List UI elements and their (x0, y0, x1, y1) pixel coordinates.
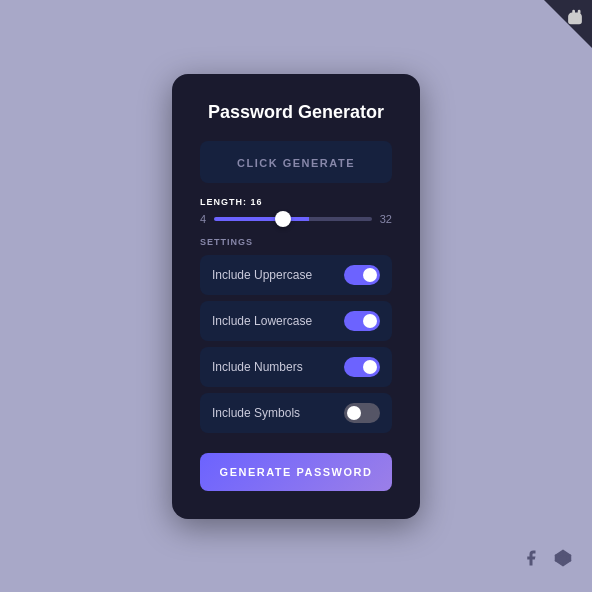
bottom-icons (522, 549, 572, 572)
length-label: LENGTH: 16 (200, 197, 392, 207)
length-value: 16 (251, 197, 263, 207)
svg-point-0 (571, 19, 573, 21)
toggle-row-numbers: Include Numbers (200, 347, 392, 387)
toggle-row-lowercase: Include Lowercase (200, 301, 392, 341)
toggle-lowercase[interactable] (344, 311, 380, 331)
toggle-row-symbols: Include Symbols (200, 393, 392, 433)
slider-min: 4 (200, 213, 206, 225)
password-text: CLICK GENERATE (237, 157, 355, 169)
toggle-label-lowercase: Include Lowercase (212, 314, 312, 328)
slider-max: 32 (380, 213, 392, 225)
corner-decoration (544, 0, 592, 48)
codepen-icon[interactable] (554, 549, 572, 572)
toggle-row-uppercase: Include Uppercase (200, 255, 392, 295)
facebook-icon[interactable] (522, 549, 540, 572)
toggle-numbers[interactable] (344, 357, 380, 377)
toggle-uppercase[interactable] (344, 265, 380, 285)
card-title: Password Generator (200, 102, 392, 123)
toggle-label-symbols: Include Symbols (212, 406, 300, 420)
toggle-thumb-symbols (347, 406, 361, 420)
svg-point-1 (577, 19, 579, 21)
toggle-symbols[interactable] (344, 403, 380, 423)
toggle-label-uppercase: Include Uppercase (212, 268, 312, 282)
settings-label: SETTINGS (200, 237, 392, 247)
toggle-thumb-numbers (363, 360, 377, 374)
length-slider[interactable] (214, 217, 372, 221)
length-section: LENGTH: 16 4 32 (200, 197, 392, 225)
toggle-thumb-uppercase (363, 268, 377, 282)
toggle-thumb-lowercase (363, 314, 377, 328)
password-display: CLICK GENERATE (200, 141, 392, 183)
toggles-container: Include UppercaseInclude LowercaseInclud… (200, 255, 392, 433)
slider-row: 4 32 (200, 213, 392, 225)
generate-password-button[interactable]: GENERATE PASSWORD (200, 453, 392, 491)
password-generator-card: Password Generator CLICK GENERATE LENGTH… (172, 74, 420, 519)
toggle-label-numbers: Include Numbers (212, 360, 303, 374)
dog-icon (564, 6, 586, 28)
